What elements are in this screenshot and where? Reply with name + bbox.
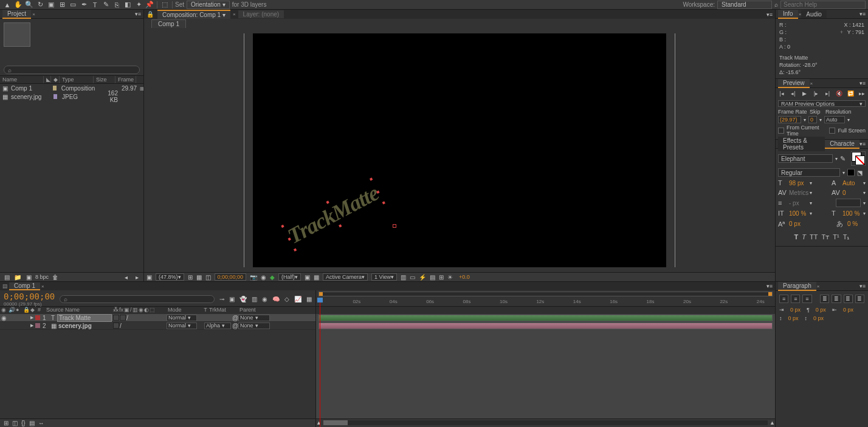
composition-tab[interactable]: Composition: Comp 1 ▾	[157, 10, 230, 19]
ram-options-dropdown[interactable]: RAM Preview Options▾	[778, 100, 866, 107]
toggle-stretch-icon[interactable]: ↔	[38, 420, 44, 426]
hide-shy-icon[interactable]: 👻	[239, 296, 247, 302]
trkmat-dropdown[interactable]: Alpha▾	[204, 323, 231, 329]
twirl-icon[interactable]: ▶	[30, 323, 33, 328]
indent-right-input[interactable]: 0 px	[843, 307, 853, 313]
motion-blur-icon[interactable]: ◉	[262, 296, 267, 302]
layer-name[interactable]: scenery.jpg	[57, 323, 112, 329]
col-trkmat[interactable]: TrkMat	[209, 307, 239, 314]
handle-br[interactable]	[382, 201, 385, 204]
close-icon[interactable]: ×	[32, 12, 35, 17]
pickwhip-icon[interactable]: @	[232, 315, 238, 321]
stroke-width-input[interactable]: - px	[789, 200, 807, 207]
bold-button[interactable]: T	[794, 233, 799, 241]
align-left-button[interactable]: ≡	[779, 295, 788, 303]
composition-viewer[interactable]: TrackMatte	[144, 28, 775, 272]
timeline-track-area[interactable]	[316, 314, 775, 418]
transparency-icon[interactable]: ▦	[314, 274, 319, 281]
info-tab[interactable]: Info	[778, 10, 798, 19]
interpret-footage-icon[interactable]: ▤	[2, 273, 11, 281]
mode-dropdown[interactable]: Normal▾	[167, 315, 197, 321]
panel-menu-icon[interactable]: ▾≡	[766, 12, 773, 18]
scroll-right-icon[interactable]: ▸	[133, 273, 141, 281]
smallcaps-button[interactable]: Tᴛ	[822, 233, 830, 241]
nav-handle-left[interactable]	[319, 292, 323, 296]
roi-icon[interactable]: ▣	[305, 274, 310, 281]
justify-all-button[interactable]: ≣	[855, 295, 864, 303]
timeline-zoom-scrollbar[interactable]	[323, 420, 768, 425]
pickwhip-icon[interactable]: @	[232, 323, 238, 329]
tracking-input[interactable]: 0	[842, 190, 861, 196]
handle-mr[interactable]	[376, 190, 379, 193]
superscript-button[interactable]: T¹	[833, 233, 839, 241]
allcaps-button[interactable]: TT	[810, 233, 818, 241]
rotate-tool-icon[interactable]: ↻	[35, 1, 45, 9]
next-frame-icon[interactable]: |▸	[812, 90, 821, 97]
align-right-button[interactable]: ≡	[802, 295, 811, 303]
current-time[interactable]: 0;00;00;00	[215, 273, 247, 281]
stroke-style-dropdown[interactable]	[836, 199, 861, 207]
panel-menu-icon[interactable]: ▾≡	[859, 80, 866, 86]
flowchart-icon[interactable]: ⊞	[439, 274, 444, 281]
view-layout-icon[interactable]: ▥	[401, 274, 406, 281]
flowchart-icon[interactable]: ⊞	[140, 86, 144, 92]
col-size[interactable]: Size	[94, 76, 115, 83]
timecode[interactable]: 0;00;00;00	[4, 292, 55, 301]
from-current-checkbox[interactable]	[778, 128, 784, 134]
tsume-input[interactable]: 0 %	[847, 220, 866, 227]
project-thumbnail[interactable]	[4, 22, 30, 47]
handle-tr[interactable]	[370, 177, 373, 180]
eyedropper-icon[interactable]: ✎	[840, 155, 849, 163]
layer-name[interactable]: Track Matte	[57, 314, 112, 322]
layer-row[interactable]: ▶ 2 ▦ scenery.jpg / Normal▾ Alpha▾ @ Non…	[0, 322, 315, 330]
snapshot-icon[interactable]: 📷	[250, 274, 257, 281]
eye-icon[interactable]: ◉	[1, 315, 7, 321]
frame-rate-input[interactable]: (29.97)	[778, 116, 801, 123]
font-family-dropdown[interactable]: Elephant	[778, 154, 833, 163]
nav-handle-right[interactable]	[768, 292, 772, 296]
layer-bar[interactable]	[319, 315, 773, 321]
panel-menu-icon[interactable]: ▾≡	[859, 283, 866, 289]
label-color[interactable]	[35, 315, 40, 320]
space-before-input[interactable]: 0 px	[788, 315, 799, 321]
graph-toggle-icon[interactable]: ▦	[306, 296, 312, 302]
pen-tool-icon[interactable]: ✒	[79, 1, 89, 9]
first-frame-icon[interactable]: |◂	[777, 90, 786, 97]
render-queue-icon[interactable]: ▤	[2, 283, 8, 289]
zoom-in-icon[interactable]: ▲	[770, 420, 775, 426]
col-source-name[interactable]: Source Name	[46, 307, 113, 314]
loop-icon[interactable]: 🔁	[846, 90, 855, 97]
type-tool-icon[interactable]: T	[90, 1, 100, 9]
new-comp-icon[interactable]: ▣	[24, 273, 33, 281]
mask-tool-icon[interactable]: ▭	[68, 1, 78, 9]
bpc-button[interactable]: 8 bpc	[35, 273, 49, 281]
baseline-input[interactable]: 0 px	[789, 220, 807, 227]
project-item[interactable]: ▣ Comp 1 Composition 29.97 ⊞	[0, 84, 143, 92]
search-help-input[interactable]	[780, 1, 866, 9]
prev-frame-icon[interactable]: ◂|	[789, 90, 797, 97]
col-label-icon[interactable]: ◣	[44, 76, 51, 83]
full-screen-checkbox[interactable]	[829, 128, 835, 134]
puppet-tool-icon[interactable]: 📌	[145, 1, 154, 9]
pan-behind-tool-icon[interactable]: ⊞	[57, 1, 67, 9]
project-tab[interactable]: Project	[2, 10, 31, 19]
swap-colors-icon[interactable]	[847, 169, 855, 176]
col-visibility-icon[interactable]: ◉	[1, 307, 9, 314]
zoom-out-icon[interactable]: ▲	[316, 420, 322, 426]
text-layer[interactable]: TrackMatte	[283, 180, 382, 248]
twirl-icon[interactable]: ▶	[30, 315, 33, 320]
preview-tab[interactable]: Preview	[778, 79, 810, 88]
camera-tool-icon[interactable]: ▣	[46, 1, 56, 9]
skip-input[interactable]: 0	[808, 116, 817, 123]
timeline-ruler[interactable]: 02s 04s 06s 08s 10s 12s 14s 16s 18s 20s …	[316, 290, 775, 307]
hscale-input[interactable]: 100 %	[842, 210, 861, 217]
comp-lock-icon[interactable]: 🔒	[146, 11, 154, 18]
kerning-input[interactable]: Metrics	[789, 190, 807, 196]
grid-icon[interactable]: ▦	[196, 274, 202, 281]
scroll-left-icon[interactable]: ◂	[122, 273, 130, 281]
fast-preview-icon[interactable]: ⚡	[419, 274, 426, 281]
local-axis-icon[interactable]: ⬚	[160, 1, 170, 9]
label-color[interactable]	[35, 323, 40, 328]
layer-tab[interactable]: Layer: (none)	[238, 10, 284, 18]
justify-left-button[interactable]: ≣	[820, 295, 829, 303]
